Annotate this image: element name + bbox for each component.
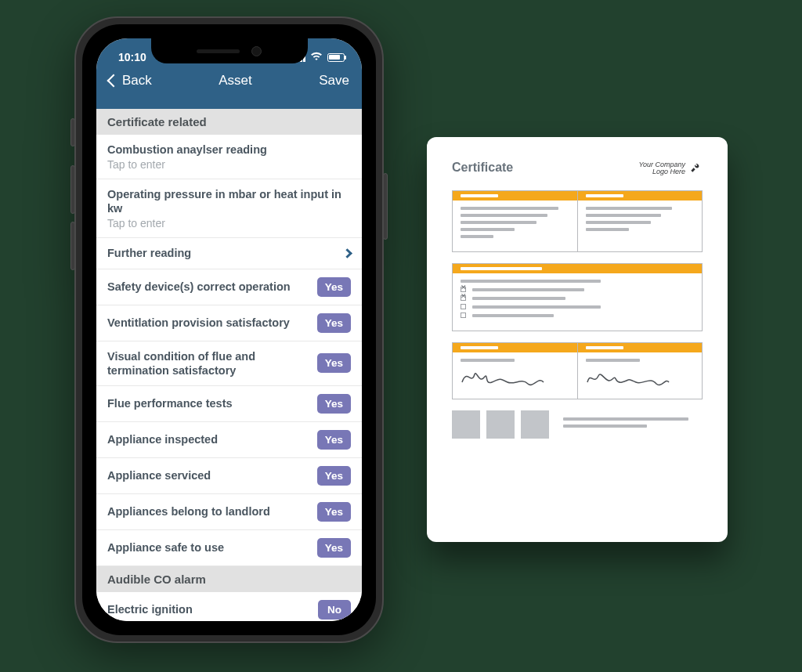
row-label: Safety device(s) correct operation xyxy=(107,280,291,294)
certificate-footer xyxy=(452,410,703,439)
row-safe-to-use[interactable]: Appliance safe to use Yes xyxy=(96,530,362,566)
row-ventilation[interactable]: Ventitlation provision satisfactory Yes xyxy=(96,305,362,341)
thumbnail-icon xyxy=(521,410,549,439)
chevron-right-icon xyxy=(342,248,352,258)
row-label: Flue performance tests xyxy=(107,396,233,410)
row-electric-ignition[interactable]: Electric ignition No xyxy=(96,592,362,621)
phone-screen: 10:10 Back xyxy=(96,38,362,621)
certificate-section xyxy=(452,190,703,252)
thumbnail-icon xyxy=(452,410,480,439)
certificate-section xyxy=(452,263,703,331)
row-label: Appliance inspected xyxy=(107,432,218,446)
toggle-value[interactable]: Yes xyxy=(317,313,351,333)
nav-title: Asset xyxy=(219,73,252,89)
row-safety-devices[interactable]: Safety device(s) correct operation Yes xyxy=(96,269,362,305)
row-label: Appliance safe to use xyxy=(107,540,224,555)
status-time: 10:10 xyxy=(118,51,146,63)
signature-icon xyxy=(586,366,695,389)
logo-text: Your Company Logo Here xyxy=(638,161,685,176)
phone-bezel: 10:10 Back xyxy=(82,24,376,635)
row-further-reading[interactable]: Further reading xyxy=(96,238,362,269)
row-label: Electric ignition xyxy=(107,602,193,616)
row-label: Appliance serviced xyxy=(107,468,211,482)
toggle-value[interactable]: Yes xyxy=(317,466,351,486)
row-placeholder: Tap to enter xyxy=(107,158,165,171)
section-header-certificate-related: Certificate related xyxy=(96,109,362,135)
toggle-value[interactable]: No xyxy=(318,600,351,620)
toggle-value[interactable]: Yes xyxy=(317,502,351,522)
certificate-title: Certificate xyxy=(452,161,513,175)
toggle-value[interactable]: Yes xyxy=(317,353,351,373)
row-label: Combustion anaylser reading xyxy=(107,143,267,157)
row-label: Operating pressure in mbar or heat input… xyxy=(107,187,351,215)
row-placeholder: Tap to enter xyxy=(107,217,165,229)
certificate-preview: Certificate Your Company Logo Here xyxy=(427,137,728,542)
certificate-signature-section xyxy=(452,342,703,399)
row-label: Appliances belong to landlord xyxy=(107,504,270,518)
row-belong-landlord[interactable]: Appliances belong to landlord Yes xyxy=(96,494,362,530)
row-operating-pressure[interactable]: Operating pressure in mbar or heat input… xyxy=(96,179,362,238)
signature-icon xyxy=(461,366,569,389)
toggle-value[interactable]: Yes xyxy=(317,277,351,297)
row-label: Ventitlation provision satisfactory xyxy=(107,316,290,330)
toggle-value[interactable]: Yes xyxy=(317,394,351,414)
thumbnail-icon xyxy=(486,410,515,439)
toggle-value[interactable]: Yes xyxy=(317,538,351,558)
back-label: Back xyxy=(122,73,152,89)
tools-icon xyxy=(690,161,703,176)
row-label: Further reading xyxy=(107,246,191,260)
row-flue-performance[interactable]: Flue performance tests Yes xyxy=(96,386,362,422)
section-header-co-alarm: Audible CO alarm xyxy=(96,566,362,592)
certificate-logo-placeholder: Your Company Logo Here xyxy=(638,161,703,176)
save-button[interactable]: Save xyxy=(319,73,349,89)
row-flue-visual[interactable]: Visual condition of flue and termination… xyxy=(96,341,362,386)
screen-content[interactable]: Certificate related Combustion anaylser … xyxy=(96,109,362,621)
phone-mockup: 10:10 Back xyxy=(74,16,384,643)
phone-frame: 10:10 Back xyxy=(74,16,384,643)
wifi-icon xyxy=(310,51,323,63)
chevron-left-icon xyxy=(107,74,121,88)
back-button[interactable]: Back xyxy=(109,73,152,89)
battery-icon xyxy=(327,53,345,62)
row-combustion-reading[interactable]: Combustion anaylser reading Tap to enter xyxy=(96,135,362,179)
phone-notch xyxy=(151,38,308,63)
row-appliance-inspected[interactable]: Appliance inspected Yes xyxy=(96,422,362,458)
toggle-value[interactable]: Yes xyxy=(317,430,351,450)
row-label: Visual condition of flue and termination… xyxy=(107,349,295,378)
row-appliance-serviced[interactable]: Appliance serviced Yes xyxy=(96,458,362,494)
